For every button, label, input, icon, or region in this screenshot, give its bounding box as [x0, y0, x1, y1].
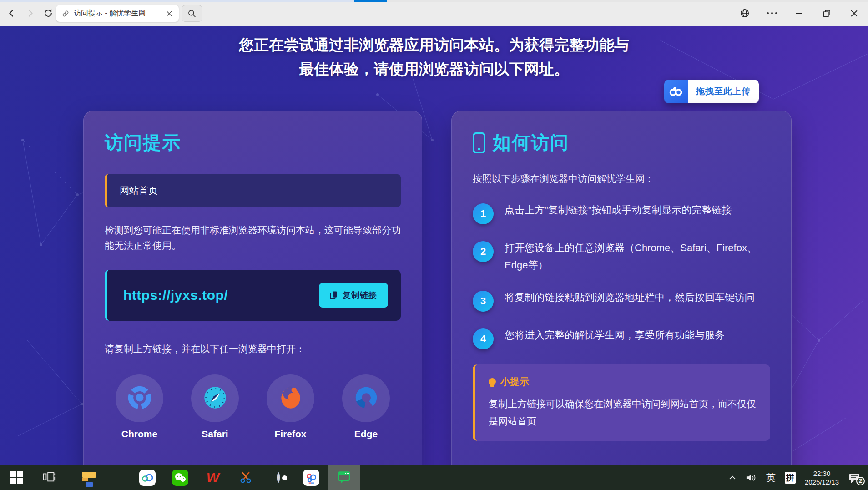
taskbar-app-edge-browser[interactable]: [98, 465, 131, 490]
step-text: 将复制的链接粘贴到浏览器地址栏中，然后按回车键访问: [505, 289, 755, 312]
taskbar-app-task-view[interactable]: [33, 465, 66, 490]
firefox-icon: [277, 384, 305, 414]
quark-browser-icon: [277, 474, 280, 482]
restore-icon: [823, 9, 831, 18]
minimize-icon: [795, 9, 803, 17]
language-indicator[interactable]: 英: [766, 471, 776, 484]
detection-description: 检测到您可能正在使用非标准浏览器环境访问本站，这可能导致部分功能无法正常使用。: [105, 222, 401, 253]
copy-note: 请复制上方链接，并在以下任一浏览器中打开：: [105, 343, 401, 355]
taskbar-app-scissors-app[interactable]: [229, 465, 262, 490]
refresh-icon: [43, 8, 53, 18]
step-number-badge: 1: [473, 203, 494, 224]
chrome-icon: [126, 384, 154, 414]
step-number-badge: 2: [473, 241, 494, 262]
tip-box: 小提示 复制上方链接可以确保您在浏览器中访问到网站首页，而不仅仅是网站首页: [473, 364, 770, 441]
taskbar-app-green-messenger[interactable]: [328, 465, 360, 490]
link-icon: [61, 10, 70, 18]
scissors-app-icon: [239, 470, 252, 485]
taskbar-apps: W: [0, 465, 360, 490]
app-window: 访问提示 - 解忧学生网: [0, 0, 868, 490]
browser-label: Edge: [354, 429, 378, 439]
tab-close-icon[interactable]: [164, 9, 174, 19]
browser-option-edge[interactable]: Edge: [342, 374, 390, 439]
baidu-netdisk-icon: [303, 470, 319, 486]
address-tab[interactable]: 访问提示 - 解忧学生网: [56, 5, 179, 22]
site-url: https://jyxs.top/: [123, 288, 319, 303]
system-tray: 英 拼 22:30 2025/12/13 2: [729, 465, 868, 490]
step-text: 打开您设备上的任意浏览器（Chrome、Safari、Firefox、Edge等…: [505, 239, 770, 274]
forward-icon: [25, 8, 35, 18]
step-item-1: 1 点击上方"复制链接"按钮或手动复制显示的完整链接: [473, 202, 770, 224]
taskbar-app-wechat[interactable]: [164, 465, 197, 490]
clock[interactable]: 22:30 2025/12/13: [805, 469, 839, 486]
browser-option-chrome[interactable]: Chrome: [116, 374, 163, 439]
page-content: 您正在尝试通过非浏览器应用访问本站。为获得完整功能与 最佳体验，请使用浏览器访问…: [0, 26, 868, 465]
search-icon: [187, 9, 197, 18]
edge-icon: [352, 384, 380, 414]
url-box: https://jyxs.top/ 复制链接: [105, 270, 401, 321]
restore-button[interactable]: [819, 4, 834, 22]
search-button[interactable]: [182, 5, 202, 22]
taskbar-app-cloud-drive[interactable]: [131, 465, 164, 490]
banner-message: 您正在尝试通过非浏览器应用访问本站。为获得完整功能与 最佳体验，请使用浏览器访问…: [0, 33, 868, 81]
taskbar-app-baidu-netdisk[interactable]: [295, 465, 328, 490]
refresh-button[interactable]: [39, 4, 57, 22]
tip-title: 小提示: [500, 375, 529, 388]
cloud-drive-icon: [139, 470, 156, 486]
copy-icon: [330, 291, 338, 300]
title-bar: 访问提示 - 解忧学生网: [0, 0, 868, 26]
taskbar-app-file-explorer[interactable]: [66, 465, 98, 490]
tip-body: 复制上方链接可以确保您在浏览器中访问到网站首页，而不仅仅是网站首页: [489, 395, 757, 430]
browser-label: Firefox: [274, 429, 306, 439]
browser-option-firefox[interactable]: Firefox: [267, 374, 314, 439]
access-card-title: 访问提示: [105, 130, 401, 155]
smartphone-icon: [473, 132, 485, 153]
globe-icon: [740, 8, 750, 19]
tray-date: 2025/12/13: [805, 478, 839, 486]
ime-pinyin-indicator[interactable]: 拼: [785, 472, 796, 484]
safari-icon: [201, 384, 229, 414]
taskbar-app-quark-browser[interactable]: [262, 465, 295, 490]
taskbar: W 英 拼 22:30 2025/12/13: [0, 465, 868, 490]
notification-center-icon[interactable]: 2: [848, 472, 861, 484]
page-name-box: 网站首页: [105, 174, 401, 207]
task-view-icon: [42, 470, 56, 485]
access-tip-card: 访问提示 网站首页 检测到您可能正在使用非标准浏览器环境访问本站，这可能导致部分…: [83, 111, 422, 465]
menu-button[interactable]: [764, 4, 780, 22]
drag-upload-button[interactable]: 拖拽至此上传: [664, 80, 759, 103]
forward-button[interactable]: [21, 4, 39, 22]
close-icon: [850, 10, 858, 17]
green-messenger-icon: [337, 470, 351, 486]
step-number-badge: 4: [473, 328, 494, 349]
browser-label: Safari: [202, 429, 228, 439]
wps-office-icon: W: [207, 470, 219, 485]
browser-option-safari[interactable]: Safari: [191, 374, 239, 439]
step-list: 1 点击上方"复制链接"按钮或手动复制显示的完整链接2 打开您设备上的任意浏览器…: [473, 202, 770, 349]
howto-card-title: 如何访问: [493, 130, 569, 155]
minimize-button[interactable]: [792, 4, 807, 22]
lightbulb-icon: [489, 378, 496, 385]
tab-title: 访问提示 - 解忧学生网: [74, 9, 164, 18]
banner-line-1: 您正在尝试通过非浏览器应用访问本站。为获得完整功能与: [0, 33, 868, 57]
step-item-4: 4 您将进入完整的解忧学生网，享受所有功能与服务: [473, 327, 770, 349]
volume-icon[interactable]: [745, 473, 757, 483]
globe-button[interactable]: [737, 4, 752, 22]
drag-upload-label: 拖拽至此上传: [688, 80, 759, 103]
step-item-2: 2 打开您设备上的任意浏览器（Chrome、Safari、Firefox、Edg…: [473, 239, 770, 274]
notification-badge: 2: [856, 477, 865, 485]
taskbar-app-wps-office[interactable]: W: [197, 465, 229, 490]
step-text: 您将进入完整的解忧学生网，享受所有功能与服务: [505, 327, 725, 349]
howto-intro: 按照以下步骤在浏览器中访问解忧学生网：: [473, 172, 770, 185]
back-icon: [7, 8, 17, 18]
taskbar-app-windows-start[interactable]: [0, 465, 33, 490]
tray-expand-chevron-icon[interactable]: [729, 475, 736, 480]
browser-label: Chrome: [121, 429, 157, 439]
tray-time: 22:30: [805, 469, 839, 478]
close-button[interactable]: [846, 4, 862, 22]
windows-start-icon: [10, 471, 23, 484]
banner-line-2: 最佳体验，请使用浏览器访问以下网址。: [0, 57, 868, 81]
wechat-icon: [172, 470, 188, 486]
back-button[interactable]: [3, 4, 21, 22]
copy-link-button[interactable]: 复制链接: [319, 283, 388, 308]
copy-link-label: 复制链接: [343, 290, 377, 301]
